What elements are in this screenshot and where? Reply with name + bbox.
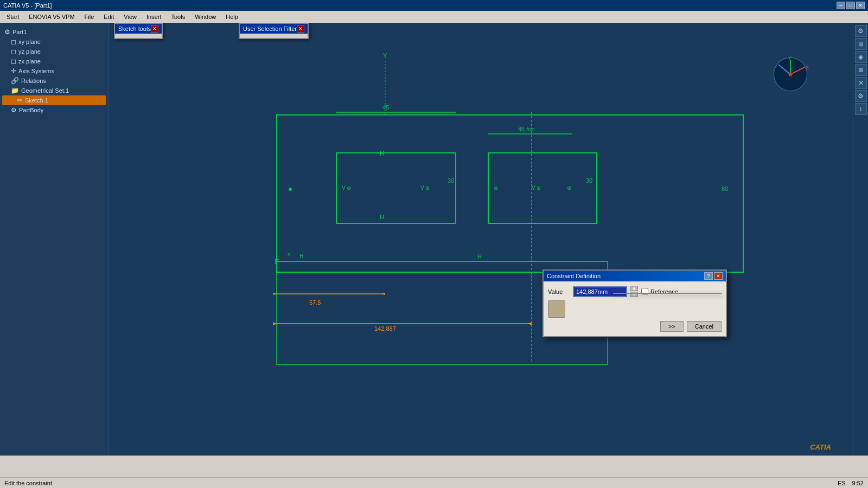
h-label-1: H bbox=[380, 150, 384, 157]
sketch-drawing: 142.887 57.5 45 45 foo 30 30 80 H H H V … bbox=[108, 23, 853, 455]
clock: 9:52 bbox=[852, 480, 864, 486]
dim-30-right: 30 bbox=[586, 177, 592, 184]
tree-item-xy-plane[interactable]: ◻xy plane bbox=[2, 37, 106, 47]
dim-45-top: 45 bbox=[382, 104, 389, 111]
tree-item-partbody[interactable]: ⚙PartBody bbox=[2, 105, 106, 115]
status-bar: Edit the constraint ES 9:52 bbox=[0, 477, 868, 488]
spinner-up[interactable]: ▲ bbox=[630, 286, 638, 291]
constraint-preview-icon bbox=[548, 300, 565, 318]
constraint-icon-row bbox=[548, 300, 722, 318]
locale-indicator: ES bbox=[838, 480, 846, 486]
v-phi-5: ⊕ bbox=[567, 185, 571, 191]
tree-icon-2: ◻ bbox=[11, 48, 16, 55]
minimize-button[interactable]: ─ bbox=[837, 2, 845, 9]
tree-icon-7: ✏ bbox=[17, 97, 23, 104]
rt-btn-5[interactable]: ✕ bbox=[855, 77, 867, 89]
dim-30-left: 30 bbox=[448, 177, 454, 184]
menu-item-insert[interactable]: Insert bbox=[142, 12, 166, 21]
rt-btn-4[interactable]: ⊕ bbox=[855, 64, 867, 76]
constraint-help-button[interactable]: ? bbox=[704, 272, 713, 280]
dim-45-foo: 45 foo bbox=[518, 126, 535, 132]
tree-icon-3: ◻ bbox=[11, 57, 16, 65]
constraint-close-button[interactable]: ✕ bbox=[714, 272, 723, 280]
bottom-toolbar bbox=[0, 455, 868, 477]
x-axis-label: x bbox=[288, 251, 290, 257]
rt-btn-7[interactable]: ↕ bbox=[855, 103, 867, 115]
menu-item-window[interactable]: Window bbox=[190, 12, 220, 21]
status-message: Edit the constraint bbox=[4, 480, 52, 486]
tree-item-axis-systems[interactable]: ✛Axis Systems bbox=[2, 66, 106, 76]
y-axis-3d: y bbox=[789, 55, 792, 60]
context-menu bbox=[613, 293, 722, 294]
menu-item-edit[interactable]: Edit bbox=[99, 12, 118, 21]
cancel-button[interactable]: Cancel bbox=[687, 321, 722, 332]
rt-btn-1[interactable]: ⚙ bbox=[855, 25, 867, 37]
tree-item-relations[interactable]: 🔗Relations bbox=[2, 76, 106, 86]
more-button[interactable]: >> bbox=[660, 321, 684, 332]
constraint-title: Constraint Definition bbox=[547, 273, 601, 279]
tree-icon-4: ✛ bbox=[11, 67, 16, 75]
tree-label-2: yz plane bbox=[18, 48, 41, 55]
v-phi-2: V ⊕ bbox=[420, 185, 430, 191]
title-bar: CATIA V5 - [Part1] ─ □ ✕ bbox=[0, 0, 868, 11]
tree-icon-1: ◻ bbox=[11, 38, 16, 46]
v-phi-1: V ⊕ bbox=[342, 185, 351, 191]
arrow-right bbox=[528, 322, 532, 325]
svg-point-19 bbox=[789, 73, 793, 76]
close-button[interactable]: ✕ bbox=[856, 2, 865, 9]
tree-item-part1[interactable]: ⚙Part1 bbox=[2, 27, 106, 37]
tree-label-3: zx plane bbox=[18, 58, 41, 65]
constraint-dialog: Constraint Definition ? ✕ Value ▲ ▼ bbox=[542, 269, 727, 337]
arrow-57-left bbox=[273, 293, 277, 295]
dim-80: 80 bbox=[722, 185, 728, 192]
h-label-3: H bbox=[477, 253, 482, 260]
menu-item-help[interactable]: Help bbox=[221, 12, 242, 21]
v-phi-3: ⊕ bbox=[494, 185, 498, 191]
tree-label-7: Sketch.1 bbox=[25, 97, 48, 104]
rt-btn-6[interactable]: ⚙ bbox=[855, 90, 867, 102]
value-input[interactable] bbox=[573, 286, 627, 297]
right-toolbar: ⚙ ⊞ ◈ ⊕ ✕ ⚙ ↕ bbox=[853, 23, 868, 455]
menu-item-start[interactable]: Start bbox=[2, 12, 23, 21]
arrow-left bbox=[273, 322, 277, 325]
svg-rect-1 bbox=[336, 153, 456, 223]
menu-item-file[interactable]: File bbox=[80, 12, 99, 21]
canvas-area: Sketch tools ✕ User Selection Filter ✕ bbox=[108, 23, 853, 455]
maximize-button[interactable]: □ bbox=[846, 2, 855, 9]
tree-icon-6: 📁 bbox=[11, 87, 19, 94]
menu-item-view[interactable]: View bbox=[119, 12, 141, 21]
tree-item-yz-plane[interactable]: ◻yz plane bbox=[2, 47, 106, 56]
v-phi-4: V ⊕ bbox=[532, 185, 541, 191]
svg-rect-0 bbox=[277, 115, 743, 272]
tree-icon-5: 🔗 bbox=[11, 77, 19, 85]
value-label: Value bbox=[548, 288, 570, 295]
value-row: Value ▲ ▼ Reference bbox=[548, 286, 722, 297]
tree-item-geometrical-set-1[interactable]: 📁Geometrical Set.1 bbox=[2, 86, 106, 95]
reference-checkbox: Reference bbox=[641, 288, 678, 295]
left-sidebar: ⚙Part1◻xy plane◻yz plane◻zx plane✛Axis S… bbox=[0, 23, 108, 455]
reference-check[interactable] bbox=[641, 288, 648, 295]
rt-btn-2[interactable]: ⊞ bbox=[855, 38, 867, 50]
arrow-57-right bbox=[381, 293, 385, 295]
dim-142: 142.887 bbox=[374, 325, 396, 332]
h-axis-label: H bbox=[299, 253, 303, 259]
tree-label-8: PartBody bbox=[19, 107, 43, 113]
rt-btn-3[interactable]: ◈ bbox=[855, 51, 867, 63]
menu-item-tools[interactable]: Tools bbox=[167, 12, 189, 21]
constraint-actions: >> Cancel bbox=[548, 321, 722, 332]
tree-icon-0: ⚙ bbox=[4, 28, 10, 36]
tree-label-6: Geometrical Set.1 bbox=[21, 87, 69, 94]
catia-logo: CATIA bbox=[810, 443, 831, 451]
app-title: CATIA V5 - [Part1] bbox=[3, 2, 52, 9]
tree-item-sketch-1[interactable]: ✏Sketch.1 bbox=[2, 95, 106, 105]
dialog-controls: ? ✕ bbox=[704, 272, 723, 280]
circle-marker-1 bbox=[289, 188, 292, 191]
tree-item-zx-plane[interactable]: ◻zx plane bbox=[2, 56, 106, 66]
svg-rect-2 bbox=[488, 153, 597, 223]
tree-label-4: Axis Systems bbox=[18, 68, 54, 74]
menu-bar: StartENOVIA V5 VPMFileEditViewInsertTool… bbox=[0, 11, 868, 23]
main-area: ⚙Part1◻xy plane◻yz plane◻zx plane✛Axis S… bbox=[0, 23, 868, 455]
y-axis: Y bbox=[383, 52, 387, 60]
menu-item-enovia-v5-vpm[interactable]: ENOVIA V5 VPM bbox=[24, 12, 79, 21]
tree-icon-8: ⚙ bbox=[11, 106, 17, 114]
